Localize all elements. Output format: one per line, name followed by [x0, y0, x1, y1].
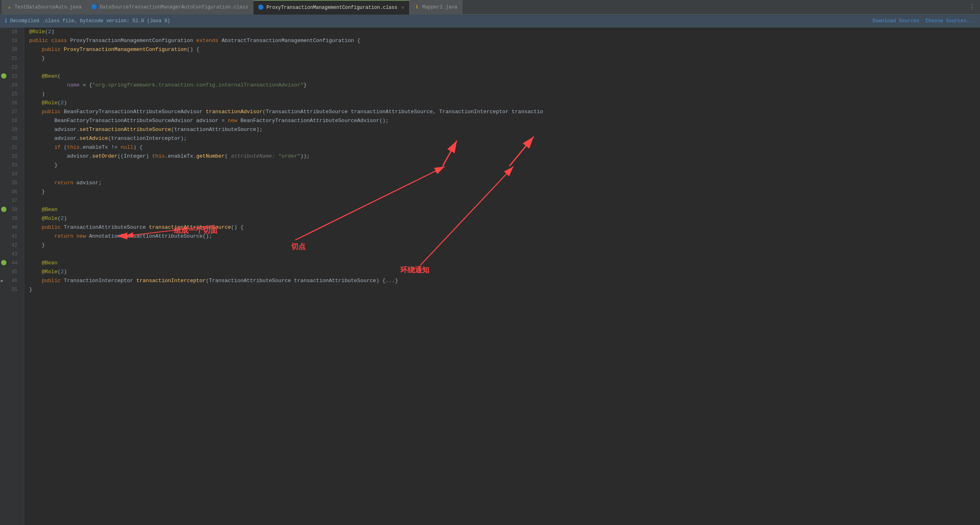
- code-line-26: @Role(2): [29, 99, 980, 108]
- line-num-37: 37: [0, 196, 21, 205]
- line-num-39: 39: [0, 214, 21, 223]
- line-num-28: 28: [0, 116, 21, 125]
- tab-datasourcetransaction[interactable]: 🔵 DataSourceTransactionManagerAutoConfig…: [87, 0, 253, 15]
- line-num-20: 20: [0, 45, 21, 54]
- code-line-21: }: [29, 54, 980, 63]
- info-bar: ℹ Decompiled .class file, bytecode versi…: [0, 15, 980, 27]
- line-num-44: 🟢 44: [0, 259, 21, 268]
- line-num-45: 45: [0, 268, 21, 276]
- line-num-42: 42: [0, 241, 21, 250]
- code-line-36: }: [29, 188, 980, 196]
- bean-gutter-icon-44: 🟢: [1, 259, 7, 268]
- line-num-33: 33: [0, 161, 21, 170]
- tab-close-button[interactable]: ✕: [401, 5, 404, 10]
- line-num-55: 55: [0, 285, 21, 294]
- info-circle-icon: ℹ: [5, 17, 7, 24]
- line-numbers: 18 19 20 21 22 🟢 23 24 25 26 27 28 29 30…: [0, 27, 24, 525]
- class-icon: 🔵: [258, 5, 264, 11]
- code-line-33: }: [29, 161, 980, 170]
- line-num-25: 25: [0, 90, 21, 99]
- code-line-37: [29, 196, 980, 205]
- tab-label: ProxyTransactionManagementConfiguration.…: [266, 5, 397, 11]
- line-num-21: 21: [0, 54, 21, 63]
- tab-bar-end: ⋮: [969, 3, 978, 11]
- line-num-36: 36: [0, 188, 21, 196]
- line-num-46: ▶ 46: [0, 276, 21, 285]
- line-num-24: 24: [0, 81, 21, 90]
- code-line-44: @Bean: [29, 259, 980, 268]
- code-line-20: public ProxyTransactionManagementConfigu…: [29, 45, 980, 54]
- line-num-23: 🟢 23: [0, 72, 21, 81]
- code-line-43: [29, 250, 980, 259]
- code-line-23: @Bean(: [29, 72, 980, 81]
- code-line-40: public TransactionAttributeSource transa…: [29, 223, 980, 232]
- code-line-29: advisor.setTransactionAttributeSource(tr…: [29, 125, 980, 134]
- code-line-46: public TransactionInterceptor transactio…: [29, 276, 980, 285]
- code-line-42: }: [29, 241, 980, 250]
- choose-sources-link[interactable]: Choose Sources...: [926, 18, 975, 24]
- code-line-24: name = {"org.springframework.transaction…: [29, 81, 980, 90]
- info-icon: ℹ: [414, 4, 420, 10]
- line-num-26: 26: [0, 99, 21, 108]
- code-line-30: advisor.setAdvice(transactionInterceptor…: [29, 134, 980, 143]
- code-line-22: [29, 63, 980, 72]
- line-num-27: 27: [0, 108, 21, 116]
- code-line-19: public class ProxyTransactionManagementC…: [29, 36, 980, 45]
- code-line-39: @Role(2): [29, 214, 980, 223]
- code-line-27: public BeanFactoryTransactionAttributeSo…: [29, 108, 980, 116]
- code-line-28: BeanFactoryTransactionAttributeSourceAdv…: [29, 116, 980, 125]
- info-bar-actions: Download Sources Choose Sources...: [872, 18, 975, 24]
- download-sources-link[interactable]: Download Sources: [872, 18, 919, 24]
- code-line-25: ): [29, 90, 980, 99]
- tab-label: TestDataSourceAuto.java: [15, 4, 82, 10]
- bean-gutter-icon-38: 🟢: [1, 205, 7, 214]
- class-icon: 🔵: [92, 4, 97, 10]
- code-line-31: if (this.enableTx != null) {: [29, 143, 980, 152]
- code-line-41: return new AnnotationTransactionAttribut…: [29, 232, 980, 241]
- line-num-19: 19: [0, 36, 21, 45]
- line-num-22: 22: [0, 63, 21, 72]
- tab-bar: ☕ TestDataSourceAuto.java 🔵 DataSourceTr…: [0, 0, 980, 15]
- code-line-35: return advisor;: [29, 179, 980, 188]
- tab-mapper2[interactable]: ℹ Mapper2.java: [410, 0, 463, 15]
- line-num-32: 32: [0, 152, 21, 161]
- code-area: 18 19 20 21 22 🟢 23 24 25 26 27 28 29 30…: [0, 27, 980, 525]
- line-num-35: 35: [0, 179, 21, 188]
- line-num-38: 🟢 38: [0, 205, 21, 214]
- tab-label: DataSourceTransactionManagerAutoConfigur…: [100, 4, 248, 10]
- annotation-role: @Role: [29, 27, 45, 36]
- tab-label: Mapper2.java: [422, 4, 457, 10]
- code-line-38: @Bean: [29, 205, 980, 214]
- line-num-29: 29: [0, 125, 21, 134]
- bean-gutter-icon: 🟢: [1, 72, 7, 81]
- code-line-55: }: [29, 285, 980, 294]
- line-num-31: 31: [0, 143, 21, 152]
- line-num-40: 40: [0, 223, 21, 232]
- line-num-41: 41: [0, 232, 21, 241]
- tab-testdatasourceauto[interactable]: ☕ TestDataSourceAuto.java: [2, 0, 87, 15]
- info-message: Decompiled .class file, bytecode version…: [10, 18, 170, 24]
- code-content[interactable]: @Role(2) public class ProxyTransactionMa…: [24, 27, 980, 525]
- line-num-34: 34: [0, 170, 21, 179]
- line-num-30: 30: [0, 134, 21, 143]
- code-line-34: [29, 170, 980, 179]
- code-line-45: @Role(2): [29, 268, 980, 276]
- line-num-18: 18: [0, 27, 21, 36]
- java-icon: ☕: [6, 4, 12, 10]
- code-line-32: advisor.setOrder((Integer) this.enableTx…: [29, 152, 980, 161]
- code-line-18: @Role(2): [29, 27, 980, 36]
- line-num-43: 43: [0, 250, 21, 259]
- settings-icon[interactable]: ⋮: [969, 3, 975, 11]
- tab-proxytransaction[interactable]: 🔵 ProxyTransactionManagementConfiguratio…: [253, 0, 410, 15]
